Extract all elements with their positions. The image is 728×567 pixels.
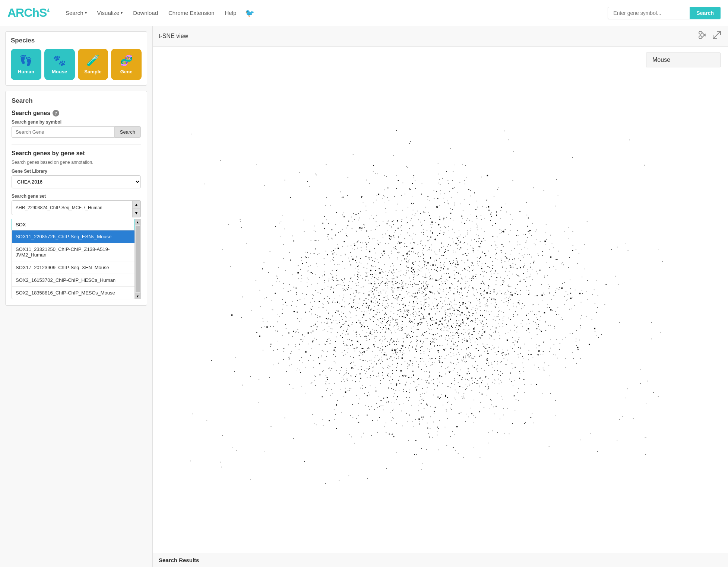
gene-set-search-input[interactable] [12,219,135,230]
dropdown-item-0[interactable]: SOX11_22085726_ChIP-Seq_ESNs_Mouse [12,230,134,243]
svg-rect-2431 [392,318,393,319]
svg-rect-2500 [528,231,529,232]
search-gene-button[interactable]: Search [114,126,141,138]
svg-rect-1554 [477,309,478,309]
svg-rect-1030 [509,278,510,279]
svg-rect-3078 [462,216,462,217]
svg-rect-3674 [266,297,267,298]
gene-set-library-select[interactable]: CHEA 2016 GO Biological Process KEGG 201… [12,175,141,188]
svg-rect-1258 [345,335,346,335]
svg-rect-3302 [360,399,360,399]
search-gene-input[interactable] [12,126,114,138]
svg-rect-1835 [501,260,502,261]
svg-rect-154 [421,268,421,269]
svg-rect-95 [424,351,424,352]
svg-rect-3460 [485,305,485,305]
svg-rect-2608 [401,364,402,365]
svg-rect-2011 [424,266,425,267]
svg-rect-1660 [366,371,367,372]
dropdown-scroll-up[interactable]: ▲ [135,219,141,225]
svg-rect-39 [451,283,452,284]
svg-rect-2501 [387,285,388,286]
svg-rect-3223 [312,273,313,274]
dropdown-item-3[interactable]: SOX2_16153702_ChIP-ChIP_HESCs_Human [12,274,134,287]
svg-rect-3390 [492,374,493,375]
svg-rect-1191 [231,314,233,316]
svg-rect-2769 [510,267,512,268]
svg-rect-683 [388,255,389,256]
species-mouse-button[interactable]: 🐾 Mouse [44,49,75,80]
twitter-icon[interactable]: 🐦 [245,9,254,17]
svg-rect-410 [396,354,397,355]
svg-rect-2059 [436,306,437,306]
svg-rect-93 [466,296,467,297]
svg-rect-941 [519,337,519,338]
svg-rect-3527 [265,452,265,452]
svg-rect-2879 [511,286,512,287]
svg-rect-2237 [448,204,449,204]
svg-rect-497 [363,360,364,361]
svg-rect-1259 [465,340,465,341]
svg-rect-106 [509,379,510,380]
svg-rect-2453 [419,384,420,385]
svg-rect-2298 [377,302,378,303]
search-genes-help-icon[interactable]: ? [53,110,59,117]
svg-rect-1283 [517,242,518,242]
svg-rect-2485 [408,366,408,367]
svg-rect-3684 [564,231,565,232]
svg-rect-1420 [409,235,410,236]
nav-search-caret: ▾ [85,11,87,15]
gene-symbol-input[interactable] [608,7,690,19]
svg-rect-3114 [439,420,440,421]
svg-rect-1197 [366,272,367,273]
nav-download[interactable]: Download [128,10,163,16]
nav-search[interactable]: Search ▾ [60,10,92,16]
svg-rect-961 [391,251,392,252]
svg-rect-2911 [448,326,449,326]
svg-rect-3232 [427,288,428,289]
nav-chrome-extension[interactable]: Chrome Extension [163,10,219,16]
svg-rect-1651 [377,420,378,421]
header-search-button[interactable]: Search [690,7,721,19]
svg-rect-1949 [466,388,467,389]
dropdown-item-1[interactable]: SOX11_23321250_ChIP-ChIP_Z138-A519-JVM2_… [12,243,134,261]
svg-rect-3270 [447,323,447,324]
svg-rect-951 [390,239,390,240]
dropdown-item-4[interactable]: SOX2_18358816_ChIP-ChIP_MESCs_Mouse [12,287,134,299]
svg-rect-1106 [368,308,369,309]
gene-set-scroll-up[interactable]: ▲ [132,201,140,209]
gene-set-scroll-down[interactable]: ▼ [132,209,140,217]
dropdown-item-2[interactable]: SOX17_20123909_ChIP-Seq_XEN_Mouse [12,261,134,274]
svg-rect-824 [455,314,455,315]
svg-rect-394 [307,252,308,253]
svg-rect-1778 [431,309,432,310]
svg-rect-2075 [418,289,419,290]
svg-rect-1684 [381,405,382,406]
svg-rect-3240 [549,293,550,294]
svg-rect-546 [332,329,333,329]
svg-rect-1797 [545,322,546,323]
svg-rect-814 [498,332,498,333]
resize-icon-button[interactable] [712,30,722,42]
nav-visualize[interactable]: Visualize ▾ [92,10,128,16]
nav-help[interactable]: Help [219,10,241,16]
svg-rect-2619 [404,316,405,317]
svg-rect-3492 [442,281,443,282]
species-human-button[interactable]: 👣 Human [11,49,41,80]
dropdown-scroll-down[interactable]: ▼ [135,293,141,299]
species-gene-button[interactable]: 🧬 Gene [111,49,142,80]
search-gene-set-label: Search gene set [12,194,141,199]
svg-rect-1834 [457,309,458,310]
svg-rect-2301 [418,378,420,379]
scissors-icon-button[interactable] [697,30,708,42]
svg-rect-2006 [465,269,466,270]
svg-rect-1056 [439,233,440,234]
species-sample-button[interactable]: 🧪 Sample [78,49,108,80]
svg-rect-2993 [434,343,435,343]
svg-rect-3263 [354,296,355,297]
svg-rect-686 [413,309,414,310]
svg-rect-964 [339,264,339,265]
svg-rect-998 [507,290,508,290]
svg-rect-1142 [397,324,398,325]
svg-rect-1884 [480,306,481,307]
